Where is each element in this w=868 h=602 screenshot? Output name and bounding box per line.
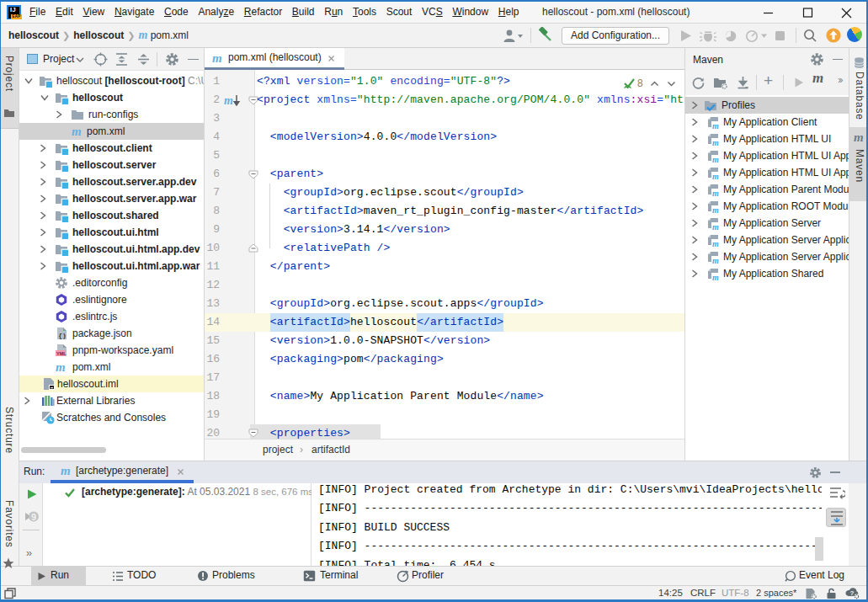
svg-text:?: ?	[850, 589, 855, 597]
svg-text:9: 9	[31, 512, 36, 522]
svg-text:m: m	[224, 94, 233, 107]
